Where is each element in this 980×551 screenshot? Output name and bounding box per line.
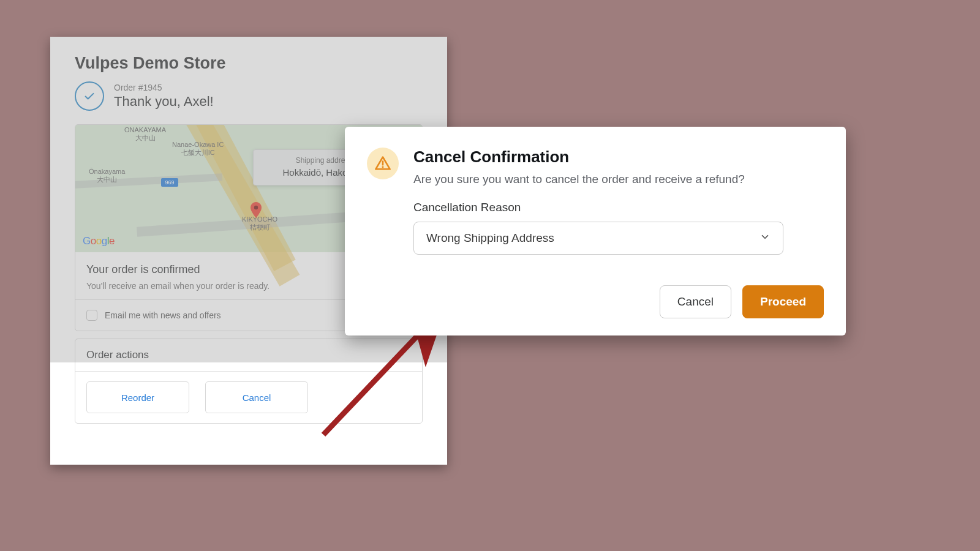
order-number: Order #1945 [114,83,214,92]
cancellation-reason-select[interactable]: Wrong Shipping Address [413,222,783,255]
map-pin-icon [250,202,262,214]
order-header: Order #1945 Thank you, Axel! [50,81,447,111]
modal-cancel-button[interactable]: Cancel [660,285,731,318]
map-label: ONAKAYAMA [124,126,166,134]
map-label: Ōnakayama [89,168,125,176]
map-label: 七飯大川IC [172,149,224,157]
select-value: Wrong Shipping Address [426,231,554,245]
store-title: Vulpes Demo Store [50,37,447,81]
checkbox[interactable] [86,310,97,321]
warning-icon [367,148,399,179]
cancellation-reason-label: Cancellation Reason [413,201,824,214]
cancel-confirmation-modal: Cancel Confirmation Are you sure you wan… [345,127,846,335]
reorder-button[interactable]: Reorder [86,381,189,413]
route-badge: 969 [161,178,178,187]
cancel-order-button[interactable]: Cancel [205,381,308,413]
chevron-down-icon [760,231,771,246]
modal-proceed-button[interactable]: Proceed [742,285,824,318]
svg-point-0 [254,206,258,209]
svg-point-3 [382,166,383,168]
modal-subtitle: Are you sure you want to cancel the orde… [413,173,745,186]
google-logo: Google [83,235,115,247]
thank-you-message: Thank you, Axel! [114,94,214,110]
map-label: Nanae-Okawa IC [172,141,224,149]
order-actions-card: Order actions Reorder Cancel [75,339,423,424]
map-label: 大中山 [89,176,125,184]
checkmark-icon [75,81,104,111]
news-offers-label: Email me with news and offers [105,310,221,320]
map-label: 大中山 [124,134,166,142]
order-actions-title: Order actions [75,339,422,372]
modal-title: Cancel Confirmation [413,148,745,167]
map-label: 桔梗町 [242,223,277,231]
